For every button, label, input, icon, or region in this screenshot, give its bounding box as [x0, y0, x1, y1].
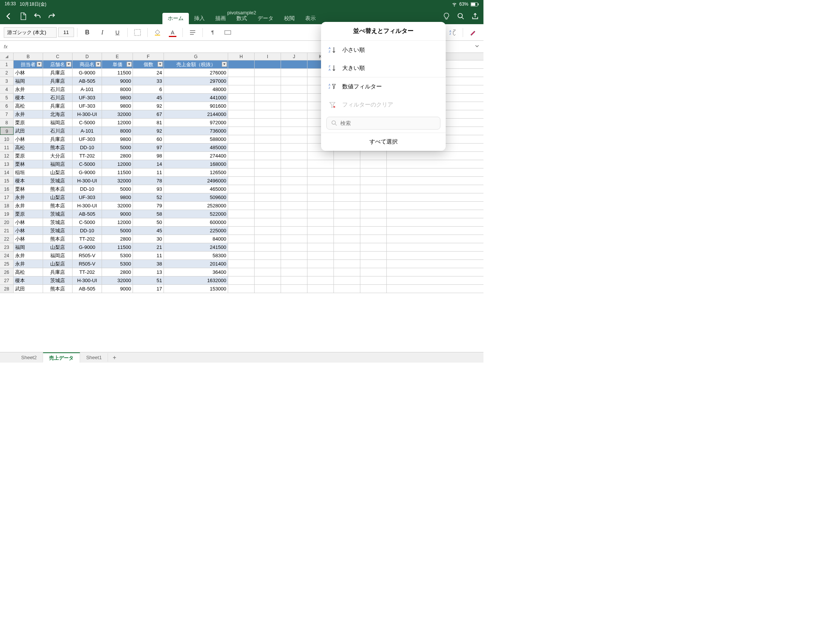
cell[interactable]: 栗原 [14, 210, 43, 218]
cell[interactable]: 5300 [102, 251, 133, 259]
cell[interactable]: 33 [133, 77, 164, 85]
cell[interactable]: 12000 [102, 118, 133, 126]
cell[interactable]: 6 [133, 85, 164, 93]
cell[interactable]: 972000 [164, 118, 228, 126]
cell[interactable]: TT-202 [73, 152, 102, 160]
row-header[interactable]: 21 [0, 227, 14, 235]
select-all-corner[interactable] [0, 53, 14, 60]
ribbon-tab-数式[interactable]: 数式 [231, 13, 252, 24]
cell[interactable]: 522000 [164, 210, 228, 218]
cell[interactable]: 52 [133, 193, 164, 201]
filter-search[interactable] [326, 117, 441, 129]
cell[interactable]: 600000 [164, 218, 228, 226]
border-button[interactable] [131, 27, 144, 38]
align-button[interactable] [186, 27, 199, 38]
cell[interactable]: 241500 [164, 243, 228, 251]
cell[interactable]: AB-505 [73, 77, 102, 85]
cell[interactable]: 石川店 [43, 85, 73, 93]
cell[interactable]: 5000 [102, 185, 133, 193]
cell[interactable]: 60 [133, 135, 164, 143]
underline-button[interactable]: U [111, 27, 124, 38]
cell[interactable]: H-300-UI [73, 202, 102, 210]
cell[interactable]: 5000 [102, 227, 133, 235]
lightbulb-icon[interactable] [443, 13, 450, 20]
cell[interactable]: 福岡 [14, 77, 43, 85]
row-header[interactable]: 8 [0, 118, 14, 126]
cell[interactable]: 12000 [102, 160, 133, 168]
filter-dropdown-icon[interactable] [96, 62, 101, 67]
cell[interactable]: 山梨店 [43, 260, 73, 268]
cell[interactable]: 14 [133, 160, 164, 168]
cell[interactable]: 茨城店 [43, 218, 73, 226]
cell[interactable]: 石川店 [43, 127, 73, 135]
file-icon[interactable] [19, 12, 27, 21]
cell[interactable]: 2144000 [164, 110, 228, 118]
cell[interactable]: R505-V [73, 260, 102, 268]
row-header[interactable]: 13 [0, 160, 14, 168]
row-header[interactable]: 16 [0, 185, 14, 193]
cell[interactable]: 21 [133, 243, 164, 251]
filter-dropdown-icon[interactable] [158, 62, 163, 67]
cell[interactable]: DD-10 [73, 227, 102, 235]
cell[interactable]: 小林 [14, 135, 43, 143]
cell[interactable]: 栗林 [14, 160, 43, 168]
cell[interactable]: 2800 [102, 235, 133, 243]
cell[interactable]: 126500 [164, 169, 228, 176]
cell[interactable]: UF-303 [73, 135, 102, 143]
cell[interactable]: 67 [133, 110, 164, 118]
cell[interactable]: R505-V [73, 251, 102, 259]
cell[interactable]: 石川店 [43, 94, 73, 102]
row-header[interactable]: 7 [0, 110, 14, 118]
cell[interactable]: 465000 [164, 185, 228, 193]
cell[interactable]: H-300-UI [73, 110, 102, 118]
row-header[interactable]: 23 [0, 243, 14, 251]
row-header[interactable]: 9 [0, 127, 14, 135]
cell[interactable]: 福岡店 [43, 251, 73, 259]
row-header[interactable]: 5 [0, 94, 14, 102]
row-header[interactable]: 25 [0, 260, 14, 268]
sort-descending[interactable]: ZA 大きい順 [321, 59, 446, 77]
undo-icon[interactable] [33, 12, 41, 21]
cell[interactable]: 兵庫店 [43, 102, 73, 110]
cell[interactable]: 274400 [164, 152, 228, 160]
font-name-select[interactable]: 游ゴシック (本文) [4, 27, 57, 38]
cell[interactable]: 736000 [164, 127, 228, 135]
cell[interactable]: UF-303 [73, 102, 102, 110]
col-header[interactable]: J [281, 53, 308, 60]
formula-expand-icon[interactable] [474, 43, 480, 50]
cell[interactable]: 11500 [102, 243, 133, 251]
cell[interactable]: 福岡店 [43, 118, 73, 126]
row-header[interactable]: 20 [0, 218, 14, 226]
cell[interactable]: 小林 [14, 218, 43, 226]
text-direction-button[interactable]: ¶ [206, 27, 219, 38]
cell[interactable]: 81 [133, 118, 164, 126]
cell[interactable]: 93 [133, 185, 164, 193]
cell[interactable]: 山梨店 [43, 243, 73, 251]
cell[interactable]: 北海店 [43, 110, 73, 118]
cell[interactable]: 武田 [14, 127, 43, 135]
sort-ascending[interactable]: AZ 小さい順 [321, 41, 446, 59]
row-header[interactable]: 18 [0, 202, 14, 210]
cell[interactable]: G-9000 [73, 69, 102, 77]
cell[interactable]: 58 [133, 210, 164, 218]
row-header[interactable]: 17 [0, 193, 14, 201]
cell[interactable]: 兵庫店 [43, 69, 73, 77]
cell[interactable]: C-5000 [73, 160, 102, 168]
cell[interactable]: 45 [133, 227, 164, 235]
add-sheet-button[interactable]: + [108, 353, 120, 363]
sort-filter-button[interactable]: AZ [446, 27, 459, 38]
cell[interactable]: 永井 [14, 85, 43, 93]
cell[interactable]: 高松 [14, 268, 43, 276]
cell[interactable]: G-9000 [73, 169, 102, 176]
cell[interactable]: 78 [133, 177, 164, 185]
cell[interactable]: 84000 [164, 235, 228, 243]
cell[interactable]: 5300 [102, 260, 133, 268]
cell[interactable]: 168000 [164, 160, 228, 168]
italic-button[interactable]: I [96, 27, 109, 38]
cell[interactable]: 永井 [14, 260, 43, 268]
cell[interactable]: 11 [133, 169, 164, 176]
cell[interactable]: 276000 [164, 69, 228, 77]
row-header[interactable]: 28 [0, 285, 14, 293]
cell[interactable]: AB-505 [73, 210, 102, 218]
row-header[interactable]: 27 [0, 276, 14, 284]
